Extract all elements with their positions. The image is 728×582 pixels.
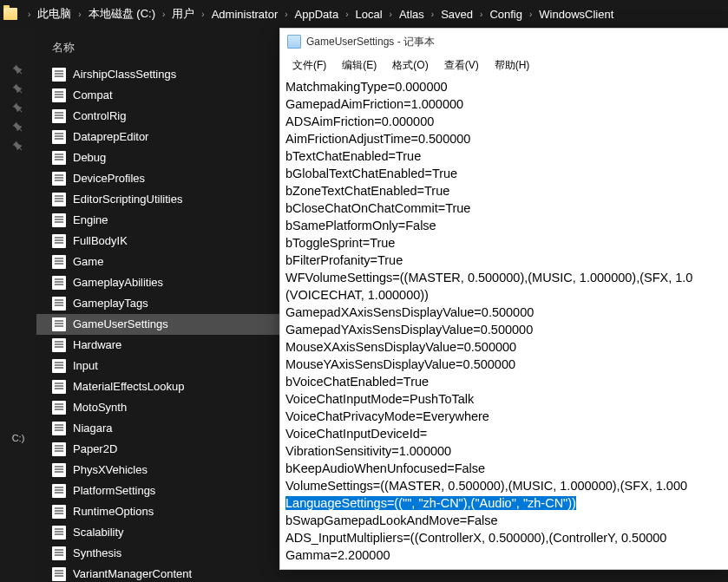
- text-line: bGlobalTextChatEnabled=True: [285, 165, 725, 182]
- breadcrumb-item[interactable]: Config: [488, 8, 524, 21]
- file-item-label: RuntimeOptions: [73, 503, 154, 520]
- file-item-label: Game: [73, 253, 103, 271]
- file-item[interactable]: PlatformSettings: [36, 481, 279, 501]
- chevron-right-icon: ›: [23, 10, 36, 19]
- file-item[interactable]: MotoSynth: [36, 397, 279, 418]
- file-icon: [52, 359, 66, 373]
- file-icon: [52, 484, 66, 498]
- pin-icon: [10, 100, 27, 117]
- file-item[interactable]: Debug: [36, 147, 279, 168]
- file-icon: [52, 505, 66, 519]
- text-line: GamepadYAxisSensDisplayValue=0.500000: [285, 321, 725, 338]
- file-item[interactable]: EditorScriptingUtilities: [36, 189, 279, 210]
- file-icon: [52, 193, 66, 206]
- breadcrumb-item[interactable]: AppData: [293, 8, 341, 21]
- file-item[interactable]: Game: [36, 252, 279, 272]
- pin-icon: [10, 81, 27, 98]
- file-item-label: MaterialEffectsLookup: [73, 378, 184, 396]
- file-item-label: GameUserSettings: [73, 316, 168, 333]
- selected-text: LanguageSettings=(("", "zh-CN"),("Audio"…: [285, 496, 576, 510]
- pin-icon: [10, 62, 27, 79]
- breadcrumb: › 此电脑›本地磁盘 (C:)›用户›Administrator›AppData…: [0, 0, 728, 28]
- breadcrumb-item[interactable]: 用户: [170, 6, 196, 22]
- file-list-panel: 名称 AirshipClassSettingsCompatControlRigD…: [36, 28, 279, 582]
- text-line: VoiceChatPrivacyMode=Everywhere: [285, 408, 725, 425]
- text-line: GamepadAimFriction=1.000000: [285, 95, 725, 113]
- file-item[interactable]: Paper2D: [36, 439, 279, 460]
- text-line: bZoneTextChatEnabled=True: [285, 182, 725, 199]
- file-icon: [52, 213, 66, 227]
- column-header-name[interactable]: 名称: [36, 35, 279, 64]
- text-line: Gamma=2.200000: [285, 546, 725, 564]
- text-line: VolumeSettings=((MASTER, 0.500000),(MUSI…: [285, 477, 725, 494]
- folder-icon: [3, 8, 17, 20]
- notepad-window: GameUserSettings - 记事本 文件(F) 编辑(E) 格式(O)…: [279, 28, 728, 570]
- file-item[interactable]: Engine: [36, 210, 279, 231]
- file-item[interactable]: GameplayTags: [36, 293, 279, 314]
- file-icon: [52, 546, 66, 560]
- notepad-title: GameUserSettings - 记事本: [306, 35, 435, 49]
- file-icon: [52, 463, 66, 477]
- breadcrumb-item[interactable]: Atlas: [397, 8, 426, 21]
- menu-edit[interactable]: 编辑(E): [335, 56, 384, 75]
- file-item[interactable]: AirshipClassSettings: [36, 64, 279, 85]
- drive-label: C:): [12, 433, 25, 443]
- text-line: ADS_InputMultipliers=((ControllerX, 0.50…: [285, 529, 725, 546]
- file-item[interactable]: MaterialEffectsLookup: [36, 376, 279, 397]
- menu-file[interactable]: 文件(F): [285, 56, 333, 75]
- file-item[interactable]: GameplayAbilities: [36, 272, 279, 293]
- text-line: ADSAimFriction=0.000000: [285, 113, 725, 130]
- notepad-titlebar[interactable]: GameUserSettings - 记事本: [280, 29, 728, 55]
- breadcrumb-item[interactable]: Local: [354, 8, 384, 21]
- file-item-label: PlatformSettings: [73, 482, 155, 500]
- breadcrumb-item[interactable]: WindowsClient: [537, 8, 615, 21]
- file-icon: [52, 130, 66, 144]
- notepad-app-icon: [287, 35, 301, 49]
- file-item[interactable]: ControlRig: [36, 106, 279, 127]
- text-line: VoiceChatInputMode=PushToTalk: [285, 390, 725, 408]
- menu-format[interactable]: 格式(O): [385, 56, 435, 75]
- file-item[interactable]: RuntimeOptions: [36, 501, 279, 522]
- chevron-right-icon: ›: [524, 10, 537, 19]
- text-line: (VOICECHAT, 1.000000)): [285, 286, 725, 304]
- file-item[interactable]: VariantManagerContent: [36, 564, 279, 582]
- text-line: bCloseChatOnChatCommit=True: [285, 199, 725, 217]
- file-item[interactable]: Niagara: [36, 418, 279, 439]
- file-item[interactable]: PhysXVehicles: [36, 460, 279, 481]
- file-item-label: MotoSynth: [73, 399, 127, 416]
- file-item[interactable]: Scalability: [36, 522, 279, 543]
- file-icon: [52, 172, 66, 186]
- text-line: MouseXAxisSensDisplayValue=0.500000: [285, 338, 725, 356]
- pin-icon: [10, 138, 27, 155]
- file-item-label: GameplayAbilities: [73, 274, 163, 291]
- breadcrumb-item[interactable]: 此电脑: [36, 6, 73, 22]
- text-line: bKeepAudioWhenUnfocused=False: [285, 460, 725, 477]
- file-item-label: DataprepEditor: [73, 128, 148, 146]
- text-line: GamepadXAxisSensDisplayValue=0.500000: [285, 304, 725, 321]
- file-item[interactable]: Synthesis: [36, 543, 279, 564]
- file-item-label: ControlRig: [73, 108, 126, 125]
- text-line: LanguageSettings=(("", "zh-CN"),("Audio"…: [285, 494, 725, 512]
- file-icon: [52, 567, 66, 581]
- menu-help[interactable]: 帮助(H): [488, 56, 537, 75]
- file-item[interactable]: DeviceProfiles: [36, 168, 279, 189]
- file-item-label: Debug: [73, 149, 106, 167]
- file-icon: [52, 338, 66, 352]
- file-item[interactable]: DataprepEditor: [36, 127, 279, 147]
- menu-view[interactable]: 查看(V): [437, 56, 486, 75]
- file-item[interactable]: Hardware: [36, 335, 279, 356]
- breadcrumb-item[interactable]: Saved: [439, 8, 475, 21]
- file-icon: [52, 526, 66, 539]
- quick-access-gutter: C:): [0, 28, 36, 582]
- file-item[interactable]: GameUserSettings: [36, 314, 279, 335]
- file-item[interactable]: Compat: [36, 85, 279, 106]
- notepad-text-area[interactable]: MatchmakingType=0.000000GamepadAimFricti…: [280, 76, 728, 569]
- breadcrumb-item[interactable]: Administrator: [210, 8, 280, 21]
- file-icon: [52, 255, 66, 269]
- file-icon: [52, 276, 66, 290]
- file-item[interactable]: FullBodyIK: [36, 231, 279, 252]
- chevron-right-icon: ›: [73, 10, 86, 19]
- breadcrumb-item[interactable]: 本地磁盘 (C:): [87, 6, 157, 22]
- text-line: AimFrictionAdjustTime=0.500000: [285, 130, 725, 147]
- file-item[interactable]: Input: [36, 356, 279, 376]
